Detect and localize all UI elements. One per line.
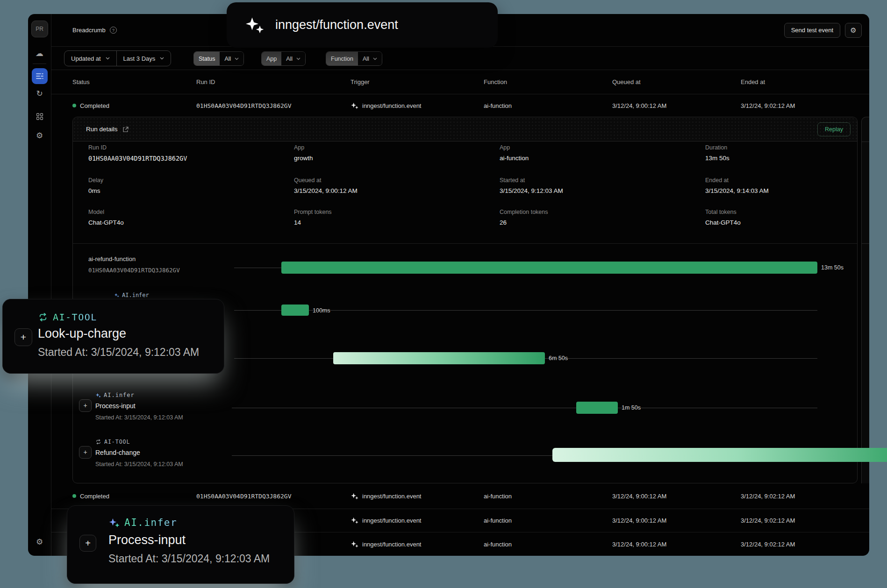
col-header-queued-at: Queued at (612, 70, 641, 94)
inngest-sparkle-icon (244, 17, 264, 34)
screenshot-canvas: PR ☁ ↻ (0, 0, 887, 588)
expand-step-button[interactable]: + (14, 328, 32, 346)
panel-separator (73, 243, 857, 244)
trace-bar-1m50s[interactable] (576, 402, 618, 414)
trace-root-name: ai-refund-function (88, 255, 136, 262)
event-name: inngest/function.event (275, 18, 398, 32)
chevron-down-icon (106, 57, 110, 60)
card-badge: AI.infer (108, 517, 177, 528)
card-title: Process-input (108, 533, 186, 547)
trace-partial-badge: AI.infer (114, 292, 149, 298)
growth-link[interactable]: growth (294, 155, 490, 162)
card-started-at: Started At: 3/15/2024, 9:12:03 AM (108, 553, 270, 565)
col-header-ended-at: Ended at (741, 70, 765, 94)
expand-step-button[interactable]: + (79, 399, 92, 412)
card-title: Look-up-charge (38, 326, 126, 341)
ended-at: 3/12/24, 9:02:12 AM (741, 509, 795, 532)
trace-bar-refund-change[interactable] (552, 448, 887, 462)
filter-bar: Updated at Last 3 Days Status All (51, 47, 869, 70)
inngest-sparkle-icon (351, 541, 358, 548)
breadcrumb: Breadcrumb ? (72, 27, 117, 34)
repeat-icon (95, 439, 101, 445)
trace-line (234, 268, 281, 268)
expand-step-button[interactable]: + (79, 446, 92, 459)
header-gear-button[interactable]: ⚙ (845, 23, 862, 38)
status-text: Completed (80, 102, 109, 109)
ai-sparkle-icon (114, 293, 119, 298)
trace-bar-6m50s[interactable] (333, 352, 545, 364)
step-card-look-up-charge: AI-TOOL + Look-up-charge Started At: 3/1… (2, 299, 224, 374)
sidebar-item-runs-active[interactable] (32, 68, 48, 84)
trace-bar-root[interactable] (281, 262, 817, 274)
event-tooltip: inngest/function.event (227, 2, 498, 48)
inngest-sparkle-icon (351, 102, 358, 109)
field-started-at: Started at 3/15/2024, 9:12:03 AM (500, 177, 696, 194)
run-id: 01HS0AA03V04D91RTDQ3J862GV (196, 483, 292, 509)
step-name: Process-input (95, 402, 136, 410)
field-duration: Duration 13m 50s (705, 144, 887, 162)
field-prompt-tokens: Prompt tokens 14 (294, 209, 490, 226)
runs-list-icon (36, 73, 43, 79)
date-range-select[interactable]: Last 3 Days (116, 51, 171, 66)
function-link[interactable]: ai-function (484, 509, 512, 532)
avatar[interactable]: PR (31, 21, 48, 37)
sort-by-select[interactable]: Updated at (64, 51, 116, 66)
field-total-tokens: Total tokens Chat-GPT4o (705, 209, 887, 226)
replay-button[interactable]: Replay (817, 122, 851, 136)
bottom-gear-icon[interactable]: ⚙ (36, 538, 43, 546)
field-delay: Delay 0ms (88, 177, 285, 194)
bar-duration-label: 6m 50s (549, 355, 568, 361)
ended-at: 3/12/24, 9:02:12 AM (741, 483, 795, 509)
queued-at: 3/12/24, 9:00:12 AM (612, 483, 666, 509)
col-header-function: Function (484, 70, 507, 94)
field-model: Model Chat-GPT4o (88, 209, 285, 226)
bar-duration-label: 100ms (313, 307, 330, 314)
expand-step-button[interactable]: + (79, 535, 96, 552)
field-queued-at: Queued at 3/15/2024, 9:00:12 AM (294, 177, 490, 194)
external-link-icon[interactable] (122, 127, 129, 133)
card-started-at: Started At: 3/15/2024, 9:12:03 AM (38, 346, 199, 359)
field-completion-tokens: Completion tokens 26 (500, 209, 696, 226)
app-filter[interactable]: App All (261, 51, 306, 66)
step-started-at: Started At: 3/15/2024, 9:12:03 AM (95, 461, 183, 468)
trigger-text: inngest/function.event (362, 102, 421, 109)
run-details-header: Run details Replay (73, 117, 857, 142)
sidebar-divider (33, 64, 46, 64)
ai-function-link[interactable]: ai-function (500, 155, 696, 162)
cloud-icon[interactable]: ☁ (36, 50, 43, 57)
queued-at: 3/12/24, 9:00:12 AM (612, 94, 666, 117)
help-icon[interactable]: ? (110, 27, 117, 34)
refresh-icon[interactable]: ↻ (36, 90, 43, 98)
function-filter[interactable]: Function All (326, 51, 382, 66)
card-badge: AI-TOOL (38, 312, 97, 323)
settings-gear-icon[interactable]: ⚙ (36, 132, 43, 140)
function-link[interactable]: ai-function (484, 532, 512, 556)
step-started-at: Started At: 3/15/2024, 9:12:03 AM (95, 414, 183, 421)
function-link[interactable]: ai-function (484, 483, 512, 509)
step-badge-ai-tool: AI-TOOL (95, 439, 130, 445)
col-header-trigger: Trigger (351, 70, 370, 94)
step-badge-ai-infer: AI.infer (95, 392, 135, 398)
status-dot (72, 104, 76, 107)
apps-grid-icon[interactable] (36, 113, 43, 120)
step-card-process-input: AI.infer + Process-input Started At: 3/1… (67, 505, 294, 584)
trigger-text: inngest/function.event (362, 493, 421, 500)
status-text: Completed (80, 493, 109, 500)
chevron-down-icon (235, 57, 239, 60)
ended-at: 3/12/24, 9:02:12 AM (741, 532, 795, 556)
ended-at: 3/12/24, 9:02:12 AM (741, 94, 795, 117)
repeat-icon (38, 312, 48, 322)
chevron-down-icon (296, 57, 300, 60)
send-test-event-button[interactable]: Send test event (784, 23, 840, 38)
function-link[interactable]: ai-function (484, 94, 512, 117)
status-dot (72, 494, 76, 498)
trace-line (232, 455, 552, 456)
trace-bar-100ms[interactable] (281, 305, 309, 316)
ai-sparkle-icon (95, 393, 101, 398)
trace-line (232, 408, 817, 408)
table-row[interactable]: Completed 01HS0AA03V04D91RTDQ3J862GV inn… (51, 94, 869, 117)
inngest-sparkle-icon (351, 517, 358, 524)
run-details-title: Run details (86, 117, 129, 142)
status-filter[interactable]: Status All (193, 51, 244, 66)
ai-sparkle-icon (108, 518, 120, 528)
